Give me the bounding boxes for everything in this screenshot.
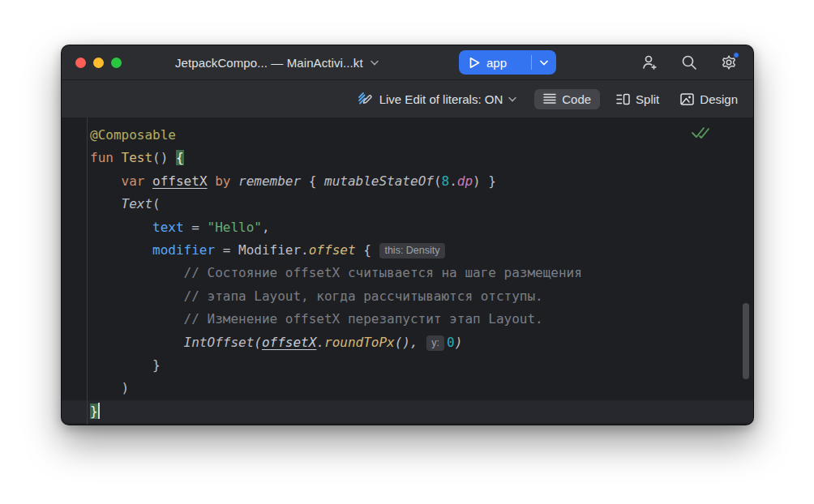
traffic-lights [75,45,122,79]
editor-toolbar: Live Edit of literals: ON Code [62,79,753,117]
text-cursor [98,403,100,419]
code-token: ( [152,196,161,211]
code-token [90,242,152,258]
code-area[interactable]: @Composablefun Test() { var offsetX by r… [62,117,753,425]
code-token: ( [434,173,442,189]
design-view-icon [680,93,694,105]
code-token: var [122,173,145,189]
settings-notification-dot [733,52,739,58]
split-view-icon [616,93,630,105]
code-token: // Состояние offsetX считывается на шаге… [184,265,582,280]
code-token: offsetX [152,173,207,189]
window-title-group[interactable]: JetpackCompo... — MainActivi...kt [175,45,379,79]
code-line[interactable]: ) [90,377,753,399]
code-token [208,173,216,189]
title-bar: JetpackCompo... — MainActivi...kt app [62,45,753,79]
code-token: { [301,173,324,189]
code-line[interactable]: // Состояние offsetX считывается на шаге… [90,262,753,284]
code-token [114,150,122,165]
chevron-down-icon [508,96,516,102]
code-token: 8 [442,173,450,189]
gutter-separator [87,117,88,425]
code-line[interactable]: // Изменение offsetX перезапустит этап L… [90,308,753,331]
code-token: Test [122,150,153,165]
inspections-widget[interactable] [690,124,711,145]
code-token [90,311,184,327]
code-token: { [176,150,184,165]
search-icon [680,53,698,71]
code-token: text [152,220,184,235]
code-line[interactable]: Text( [90,193,753,216]
vertical-scrollbar[interactable] [743,303,749,379]
chevron-down-icon [540,60,548,66]
code-token: offset [309,242,356,258]
zoom-window-button[interactable] [111,58,122,68]
tab-code[interactable]: Code [534,89,600,109]
code-token: ) } [473,173,496,189]
code-token: "Hello" [208,220,262,235]
close-window-button[interactable] [75,58,86,68]
code-token [90,335,184,350]
code-token: ) [455,335,463,350]
live-edit-label: Live Edit of literals: ON [379,92,503,106]
run-options-dropdown[interactable] [532,60,556,66]
run-app-button[interactable]: app [459,56,531,70]
add-user-button[interactable] [640,53,658,71]
code-token: @Composable [90,127,176,143]
inlay-hint: y: [426,335,444,351]
code-token: = [215,242,238,258]
inlay-hint: this: Density [379,243,444,258]
code-line[interactable]: } [62,400,753,423]
search-button[interactable] [680,53,698,71]
code-line[interactable]: @Composable [90,124,753,147]
code-token: ( [254,335,262,350]
play-icon [469,57,480,69]
code-token: (), [395,335,426,350]
code-line[interactable]: } [90,354,753,377]
code-token: by [215,173,230,189]
minimize-window-button[interactable] [93,58,104,68]
tab-split[interactable]: Split [611,89,664,109]
code-token: roundToPx [324,335,395,350]
live-edit-dropdown[interactable]: Live Edit of literals: ON [358,91,517,107]
code-token: mutableStateOf [324,173,434,189]
code-token: } [90,357,161,373]
ide-window: JetpackCompo... — MainActivi...kt app [61,45,754,425]
tab-split-label: Split [636,92,659,106]
code-token: IntOffset [184,335,255,350]
add-user-icon [640,53,658,71]
code-token: () [152,150,176,165]
code-line[interactable]: // этапа Layout, когда рассчитываются от… [90,285,753,308]
code-line[interactable]: modifier = Modifier.offset { this: Densi… [90,239,753,262]
code-line[interactable]: var offsetX by remember { mutableStateOf… [90,170,753,193]
code-token: 0 [447,335,455,350]
code-token [90,288,184,304]
run-configuration-button[interactable]: app [459,50,556,75]
code-line[interactable]: text = "Hello", [90,216,753,239]
code-token: Modifier [238,242,301,258]
code-token: . [449,173,457,189]
code-token [90,220,152,235]
chevron-down-icon[interactable] [371,60,379,66]
code-token [90,265,184,280]
live-edit-icon [358,91,374,107]
code-token: offsetX [262,335,316,350]
window-title: JetpackCompo... — MainActivi...kt [175,56,363,70]
code-line[interactable]: fun Test() { [90,147,753,169]
code-token: . [316,335,324,350]
code-token: Text [122,196,153,211]
code-view-icon [543,93,556,105]
code-token: { [356,242,379,258]
code-line[interactable]: IntOffset(offsetX.roundToPx(), y:0) [90,331,753,354]
code-token [90,196,122,211]
settings-button[interactable] [720,53,738,71]
run-config-label: app [486,56,507,70]
code-token: , [262,220,270,235]
code-token: . [301,242,309,258]
code-token: ) [90,380,129,395]
code-token: fun [90,150,114,165]
code-editor[interactable]: @Composablefun Test() { var offsetX by r… [62,117,753,425]
code-token [90,173,122,189]
code-token: modifier [152,242,215,258]
tab-design[interactable]: Design [675,89,743,109]
